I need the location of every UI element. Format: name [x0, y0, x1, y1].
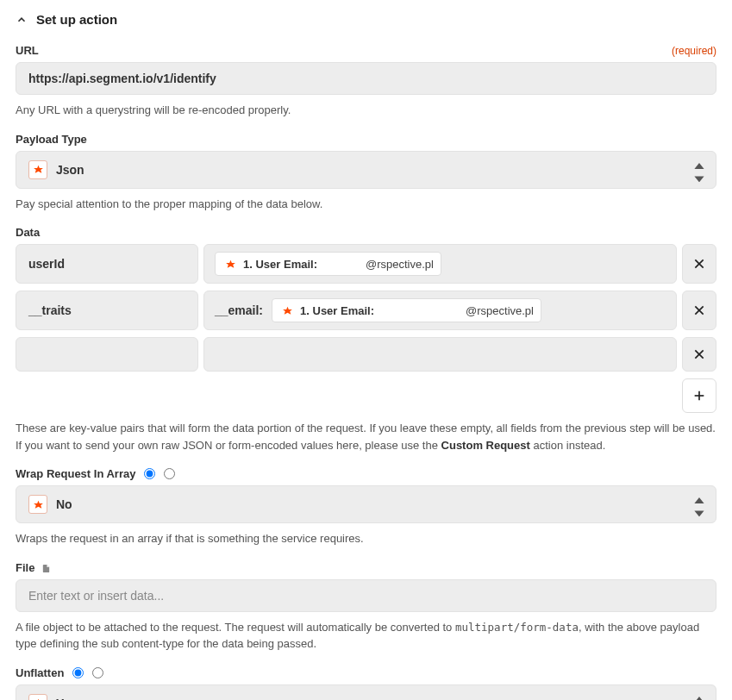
select-caret-icon — [693, 697, 705, 700]
unflatten-radio-on[interactable] — [72, 667, 84, 678]
wrap-radio-on[interactable] — [144, 468, 155, 479]
data-value-input[interactable]: 1. User Email: @rspective.pl — [203, 244, 677, 284]
payload-type-label: Payload Type — [16, 133, 716, 146]
data-grid: userId 1. User Email: @rspective.pl __tr… — [16, 244, 716, 372]
select-caret-icon — [693, 497, 705, 511]
zapier-app-icon — [222, 256, 238, 272]
data-key-input[interactable]: userId — [16, 244, 198, 284]
unflatten-select[interactable]: Yes — [16, 684, 716, 700]
url-value: https://api.segment.io/v1/identify — [28, 72, 216, 85]
data-key-text: userId — [28, 257, 65, 271]
wrap-value: No — [56, 497, 72, 511]
data-value-input[interactable] — [203, 337, 677, 372]
url-input[interactable]: https://api.segment.io/v1/identify — [16, 62, 716, 95]
payload-type-value: Json — [56, 163, 84, 177]
unflatten-radio-off[interactable] — [92, 667, 103, 678]
file-label: File — [16, 561, 716, 574]
data-key-text: __traits — [28, 303, 72, 317]
value-prefix: __email: — [215, 303, 263, 317]
zapier-app-icon — [279, 303, 295, 318]
data-key-input[interactable] — [16, 337, 198, 372]
payload-type-select[interactable]: Json — [16, 151, 716, 189]
token-suffix: @rspective.pl — [366, 258, 434, 271]
zapier-app-icon — [28, 160, 47, 179]
zapier-app-icon — [28, 694, 47, 700]
token-label: 1. User Email: — [243, 258, 317, 271]
token-suffix: @rspective.pl — [466, 304, 534, 317]
wrap-radio-off[interactable] — [164, 468, 175, 479]
remove-row-button[interactable] — [682, 291, 716, 330]
unflatten-value: Yes — [56, 697, 77, 700]
data-row: __traits __email: 1. User Email: @rspect… — [16, 291, 716, 330]
token-label: 1. User Email: — [300, 304, 374, 317]
remove-row-button[interactable] — [682, 244, 716, 284]
unflatten-label: Unflatten — [16, 666, 64, 679]
url-label: URL — [16, 44, 39, 57]
file-input[interactable]: Enter text or insert data... — [16, 579, 716, 612]
file-placeholder: Enter text or insert data... — [28, 589, 164, 603]
data-help: These are key-value pairs that will form… — [16, 420, 716, 453]
data-key-input[interactable]: __traits — [16, 291, 198, 330]
section-header: Set up action — [16, 12, 716, 27]
wrap-help: Wraps the request in an array if that is… — [16, 530, 716, 547]
file-icon — [41, 563, 51, 574]
zapier-app-icon — [28, 495, 47, 514]
data-row — [16, 337, 716, 372]
payload-type-help: Pay special attention to the proper mapp… — [16, 196, 716, 213]
section-title: Set up action — [36, 12, 117, 27]
required-badge: (required) — [672, 45, 716, 57]
field-token[interactable]: 1. User Email: @rspective.pl — [215, 252, 441, 276]
select-caret-icon — [693, 163, 705, 177]
chevron-up-icon[interactable] — [16, 14, 28, 26]
url-help: Any URL with a querystring will be re-en… — [16, 102, 716, 119]
data-label: Data — [16, 226, 716, 239]
field-token[interactable]: 1. User Email: @rspective.pl — [272, 298, 541, 322]
add-row-button[interactable] — [682, 378, 716, 413]
file-help: A file object to be attached to the requ… — [16, 619, 716, 653]
data-value-input[interactable]: __email: 1. User Email: @rspective.pl — [203, 291, 677, 330]
remove-row-button[interactable] — [682, 337, 716, 372]
wrap-select[interactable]: No — [16, 485, 716, 523]
wrap-label: Wrap Request In Array — [16, 467, 135, 480]
data-row: userId 1. User Email: @rspective.pl — [16, 244, 716, 284]
